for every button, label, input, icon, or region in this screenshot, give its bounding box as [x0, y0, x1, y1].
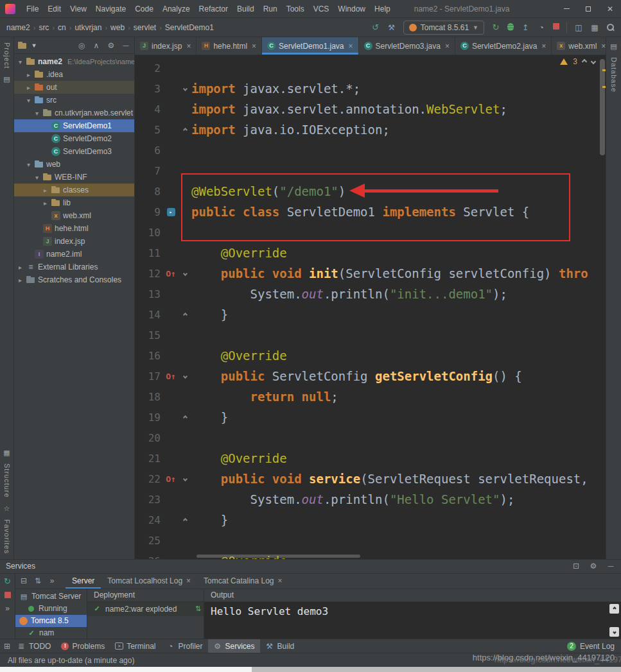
code-line-14[interactable]: 14 }	[135, 304, 606, 325]
rerun-icon[interactable]: ↻	[3, 577, 12, 586]
breadcrumb-item-name2[interactable]: name2	[6, 23, 30, 32]
code-line-6[interactable]: 6	[135, 140, 606, 160]
code-line-5[interactable]: 5import java.io.IOException;	[135, 119, 606, 140]
code-line-15[interactable]: 15	[135, 325, 606, 345]
scroll-icon[interactable]: ⇅	[33, 576, 42, 585]
menu-help[interactable]: Help	[370, 0, 395, 18]
tree-item-servletdemo1[interactable]: CServletDemo1	[14, 119, 134, 132]
minimize-button[interactable]	[555, 0, 577, 18]
layout-icon[interactable]: ◫	[574, 23, 583, 32]
overriding-method-icon[interactable]: O↑	[166, 372, 176, 381]
breadcrumb-item-web[interactable]: web	[110, 23, 125, 32]
run-class-icon[interactable]: ▸	[167, 208, 175, 216]
tab-hehe-html[interactable]: Hhehe.html×	[197, 37, 262, 55]
service-item-nam[interactable]: ✓nam	[15, 627, 87, 639]
service-item-tomcat-8-5[interactable]: Tomcat 8.5	[15, 615, 87, 627]
breadcrumb-item-cn[interactable]: cn	[58, 23, 66, 32]
tool-button-terminal[interactable]: >Terminal	[110, 639, 161, 653]
code-line-19[interactable]: 19 }	[135, 407, 606, 427]
settings-icon[interactable]: ⚙	[589, 562, 598, 571]
code-line-2[interactable]: 2	[135, 58, 606, 78]
menu-navigate[interactable]: Navigate	[91, 0, 130, 18]
update-icon[interactable]: ↥	[521, 23, 530, 32]
code-line-18[interactable]: 18 return null;	[135, 386, 606, 407]
next-warning-icon[interactable]	[591, 59, 596, 64]
menu-analyze[interactable]: Analyze	[158, 0, 195, 18]
tool-button-structure[interactable]: Structure	[3, 463, 11, 498]
hammer-icon[interactable]: ⚒	[387, 23, 396, 32]
line-number[interactable]: 20	[135, 432, 163, 444]
line-number[interactable]: 12	[135, 268, 163, 280]
code-line-12[interactable]: 12O↑ public void init(ServletConfig serv…	[135, 263, 606, 284]
tool-button-profiler[interactable]: ◔Profiler	[161, 639, 208, 653]
line-number[interactable]: 6	[135, 144, 163, 157]
more-icon[interactable]: »	[3, 604, 12, 613]
fold-start-icon[interactable]	[182, 374, 187, 378]
scroll-down-button[interactable]	[609, 627, 619, 637]
tree-item-hehe-html[interactable]: Hhehe.html	[14, 222, 134, 235]
fold-end-icon[interactable]	[182, 517, 187, 522]
chevron-right-icon[interactable]: ▸	[25, 84, 32, 91]
fold-start-icon[interactable]	[182, 271, 187, 275]
tree-item-scratches-and-consoles[interactable]: ▸Scratches and Consoles	[14, 273, 134, 286]
tool-button-todo[interactable]: ≣TODO	[12, 639, 56, 653]
maximize-button[interactable]	[577, 0, 599, 18]
code-line-11[interactable]: 11 @Override	[135, 243, 606, 263]
code-line-20[interactable]: 20	[135, 427, 606, 448]
tree-item-name2[interactable]: ▾name2E:\IdeaProjects\name2	[14, 55, 134, 68]
stop-icon[interactable]	[553, 23, 559, 30]
deployment-tab[interactable]: Deployment	[87, 589, 204, 602]
tool-button-project[interactable]: Project	[3, 42, 11, 69]
run-icon[interactable]: ↻	[491, 23, 500, 32]
fold-start-icon[interactable]	[182, 476, 187, 481]
menu-code[interactable]: Code	[130, 0, 158, 18]
project-view-selector[interactable]: ▾	[18, 41, 39, 50]
stop-icon[interactable]	[4, 592, 11, 598]
line-number[interactable]: 22	[135, 473, 163, 485]
breadcrumb-item-servlet[interactable]: servlet	[134, 23, 156, 32]
fold-end-icon[interactable]	[182, 415, 187, 419]
menu-build[interactable]: Build	[232, 0, 259, 18]
chevron-right-icon[interactable]: ▸	[42, 187, 49, 194]
close-icon[interactable]: ×	[186, 42, 191, 51]
tree-item-web-xml[interactable]: xweb.xml	[14, 209, 134, 222]
tool-button-services[interactable]: ⚙Services	[208, 639, 260, 653]
chevron-down-icon[interactable]: ▾	[33, 174, 40, 181]
overriding-method-icon[interactable]: O↑	[166, 474, 176, 484]
tree-item-web-inf[interactable]: ▾WEB-INF	[14, 171, 134, 184]
deployment-item[interactable]: ✓ name2:war exploded ⇅	[87, 602, 204, 616]
editor[interactable]: 23import javax.servlet.*;4import javax.s…	[135, 55, 606, 559]
chevron-right-icon[interactable]: ▸	[17, 264, 24, 271]
code-line-23[interactable]: 23 System.out.println("Hello Servlet");	[135, 489, 606, 510]
line-number[interactable]: 17	[135, 370, 163, 383]
line-number[interactable]: 23	[135, 494, 163, 506]
code-line-3[interactable]: 3import javax.servlet.*;	[135, 78, 606, 99]
float-icon[interactable]: ⊡	[572, 562, 581, 571]
window-icon[interactable]: ▦	[590, 23, 599, 32]
menu-tools[interactable]: Tools	[282, 0, 309, 18]
tree-item-idea[interactable]: ▸.idea	[14, 68, 134, 81]
tab-servletdemo3-java[interactable]: CServletDemo3.java×	[359, 37, 455, 55]
menu-vcs[interactable]: VCS	[309, 0, 334, 18]
line-number[interactable]: 16	[135, 350, 163, 362]
tree-item-index-jsp[interactable]: Jindex.jsp	[14, 235, 134, 248]
line-number[interactable]: 2	[135, 62, 163, 74]
service-item-tomcat-server[interactable]: ▤Tomcat Server	[15, 590, 87, 603]
close-icon[interactable]: ×	[349, 42, 353, 51]
code-line-7[interactable]: 7	[135, 160, 606, 181]
tool-button-favorites[interactable]: Favorites	[3, 519, 11, 554]
close-icon[interactable]: ×	[252, 42, 256, 51]
code-line-4[interactable]: 4import javax.servlet.annotation.WebServ…	[135, 99, 606, 119]
fold-start-icon[interactable]	[182, 86, 187, 90]
event-log-button[interactable]: 2 Event Log	[567, 642, 618, 651]
services-tab-tomcat-catalina-log[interactable]: Tomcat Catalina Log×	[197, 573, 288, 589]
profiler-icon[interactable]: ◔	[537, 23, 546, 32]
hide-tool-windows-icon[interactable]: ⊞	[3, 642, 12, 651]
line-number[interactable]: 18	[135, 391, 163, 403]
close-button[interactable]: ✕	[599, 0, 621, 18]
line-number[interactable]: 11	[135, 247, 163, 259]
breadcrumb-item-servletdemo1[interactable]: ServletDemo1	[165, 23, 214, 32]
output-tab[interactable]: Output	[204, 589, 621, 602]
tree-item-lib[interactable]: ▸lib	[14, 196, 134, 209]
hide-icon[interactable]: ─	[606, 562, 615, 571]
